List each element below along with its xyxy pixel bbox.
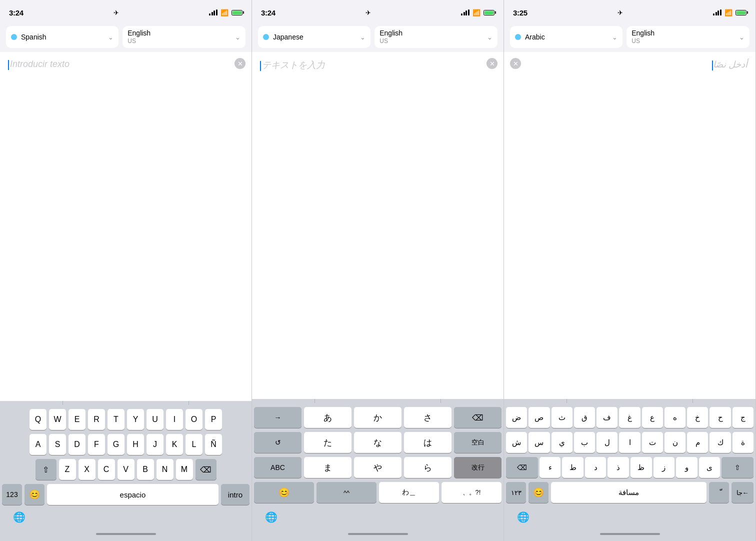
key-i[interactable]: I bbox=[166, 409, 183, 430]
ar-accent-key[interactable]: ّ bbox=[709, 482, 729, 503]
shift-key-1[interactable]: ⇧ bbox=[36, 459, 56, 480]
emoji-key-1[interactable]: 😊 bbox=[24, 484, 44, 505]
ar-key-dhal[interactable]: ذ bbox=[608, 457, 629, 478]
source-lang-chevron-2[interactable]: ⌄ bbox=[360, 34, 366, 41]
key-g[interactable]: G bbox=[108, 434, 124, 455]
key-o[interactable]: O bbox=[186, 409, 202, 430]
key-b[interactable]: B bbox=[137, 459, 154, 480]
ar-key-ta[interactable]: ت bbox=[642, 432, 663, 453]
target-lang-selector-2[interactable]: English US ⌄ bbox=[374, 26, 498, 48]
target-lang-chevron-3[interactable]: ⌄ bbox=[739, 34, 744, 41]
key-u[interactable]: U bbox=[146, 409, 164, 430]
jp-emoji[interactable]: 😊 bbox=[254, 482, 314, 503]
jp-ha[interactable]: は bbox=[404, 432, 452, 453]
delete-key-1[interactable]: ⌫ bbox=[196, 459, 216, 480]
ar-key-sad[interactable]: ص bbox=[528, 407, 550, 428]
jp-ya[interactable]: や bbox=[354, 457, 402, 478]
ar-key-alif[interactable]: ا bbox=[619, 432, 640, 453]
target-lang-chevron-2[interactable]: ⌄ bbox=[487, 34, 492, 41]
key-j[interactable]: J bbox=[146, 434, 164, 455]
ar-key-tta[interactable]: ط bbox=[562, 457, 584, 478]
jp-na[interactable]: な bbox=[354, 432, 402, 453]
source-lang-chevron-3[interactable]: ⌄ bbox=[612, 34, 618, 41]
ar-key-kaf[interactable]: ك bbox=[710, 432, 730, 453]
ar-key-dal[interactable]: د bbox=[585, 457, 606, 478]
key-q[interactable]: Q bbox=[30, 409, 46, 430]
key-a[interactable]: A bbox=[30, 434, 46, 455]
globe-icon-3[interactable]: 🌐 bbox=[510, 507, 536, 527]
clear-button-2[interactable]: ✕ bbox=[486, 58, 498, 69]
key-t[interactable]: T bbox=[108, 409, 124, 430]
ar-num-key[interactable]: ١٢٣ bbox=[506, 482, 526, 503]
clear-button-1[interactable]: ✕ bbox=[234, 58, 246, 69]
ar-space-key[interactable]: مسافة bbox=[551, 482, 706, 503]
ar-key-j[interactable]: ج bbox=[732, 407, 754, 428]
ar-key-waw[interactable]: و bbox=[676, 457, 698, 478]
ar-key-ta-marb[interactable]: ة bbox=[732, 432, 754, 453]
key-h[interactable]: H bbox=[127, 434, 144, 455]
key-y[interactable]: Y bbox=[127, 409, 144, 430]
ar-key-kh[interactable]: خ bbox=[687, 407, 708, 428]
globe-icon-2[interactable]: 🌐 bbox=[258, 507, 284, 527]
key-r[interactable]: R bbox=[88, 409, 105, 430]
ar-key-mim[interactable]: م bbox=[687, 432, 708, 453]
target-lang-selector-3[interactable]: English US ⌄ bbox=[626, 26, 750, 48]
key-d[interactable]: D bbox=[68, 434, 86, 455]
key-f[interactable]: F bbox=[88, 434, 105, 455]
ar-key-ayn[interactable]: ع bbox=[642, 407, 663, 428]
source-lang-selector-3[interactable]: Arabic ⌄ bbox=[510, 26, 622, 48]
ar-emoji-key[interactable]: 😊 bbox=[528, 482, 548, 503]
jp-wa[interactable]: わ＿ bbox=[379, 482, 439, 503]
ar-key-sin[interactable]: س bbox=[528, 432, 550, 453]
ar-key-ya[interactable]: ي bbox=[552, 432, 572, 453]
jp-punct[interactable]: 、。?! bbox=[442, 482, 502, 503]
ar-key-alif-maqsura[interactable]: ى bbox=[699, 457, 720, 478]
key-w[interactable]: W bbox=[49, 409, 66, 430]
key-v[interactable]: V bbox=[118, 459, 134, 480]
ar-key-qaf[interactable]: ق bbox=[574, 407, 595, 428]
source-lang-selector-2[interactable]: Japanese ⌄ bbox=[258, 26, 370, 48]
target-lang-chevron-1[interactable]: ⌄ bbox=[235, 34, 240, 41]
ar-key-tha[interactable]: ث bbox=[552, 407, 572, 428]
key-s[interactable]: S bbox=[49, 434, 66, 455]
key-l[interactable]: L bbox=[186, 434, 202, 455]
key-n[interactable]: N bbox=[156, 459, 174, 480]
jp-delete[interactable]: ⌫ bbox=[454, 407, 502, 428]
jp-sa[interactable]: さ bbox=[404, 407, 452, 428]
key-e[interactable]: E bbox=[68, 409, 86, 430]
jp-abc[interactable]: ABC bbox=[254, 457, 302, 478]
clear-button-3[interactable]: ✕ bbox=[510, 58, 521, 69]
space-key-1[interactable]: espacio bbox=[47, 484, 218, 505]
ar-key-ba[interactable]: ب bbox=[574, 432, 595, 453]
key-c[interactable]: C bbox=[98, 459, 115, 480]
num-key-1[interactable]: 123 bbox=[2, 484, 22, 505]
ar-key-fa[interactable]: ف bbox=[596, 407, 618, 428]
ar-key-ghayn[interactable]: غ bbox=[619, 407, 640, 428]
ar-key-hh[interactable]: ه bbox=[664, 407, 686, 428]
return-key-1[interactable]: intro bbox=[221, 484, 250, 505]
ar-key-h[interactable]: ح bbox=[710, 407, 730, 428]
text-input-area-3[interactable]: ✕ أدخل نصًا bbox=[504, 52, 756, 399]
key-m[interactable]: M bbox=[176, 459, 193, 480]
key-x[interactable]: X bbox=[78, 459, 96, 480]
jp-return[interactable]: 改行 bbox=[454, 457, 502, 478]
key-z[interactable]: Z bbox=[59, 459, 76, 480]
ar-shift[interactable]: ⇧ bbox=[722, 457, 754, 478]
jp-hat[interactable]: ^^ bbox=[316, 482, 376, 503]
ar-key-zayn[interactable]: ز bbox=[654, 457, 675, 478]
globe-icon-1[interactable]: 🌐 bbox=[6, 507, 32, 527]
jp-ra[interactable]: ら bbox=[404, 457, 452, 478]
key-k[interactable]: K bbox=[166, 434, 183, 455]
ar-key-nun[interactable]: ن bbox=[664, 432, 686, 453]
key-n-tilde[interactable]: Ñ bbox=[205, 434, 222, 455]
ar-key-hamza[interactable]: ء bbox=[540, 457, 561, 478]
ar-key-dad[interactable]: ض bbox=[506, 407, 527, 428]
ar-key-zha[interactable]: ظ bbox=[630, 457, 652, 478]
key-p[interactable]: P bbox=[205, 409, 222, 430]
jp-undo[interactable]: ↺ bbox=[254, 432, 302, 453]
jp-ma[interactable]: ま bbox=[304, 457, 352, 478]
ar-delete[interactable]: ⌫ bbox=[506, 457, 538, 478]
ar-key-lam[interactable]: ل bbox=[596, 432, 618, 453]
ar-key-shin[interactable]: ش bbox=[506, 432, 527, 453]
jp-space[interactable]: 空白 bbox=[454, 432, 502, 453]
